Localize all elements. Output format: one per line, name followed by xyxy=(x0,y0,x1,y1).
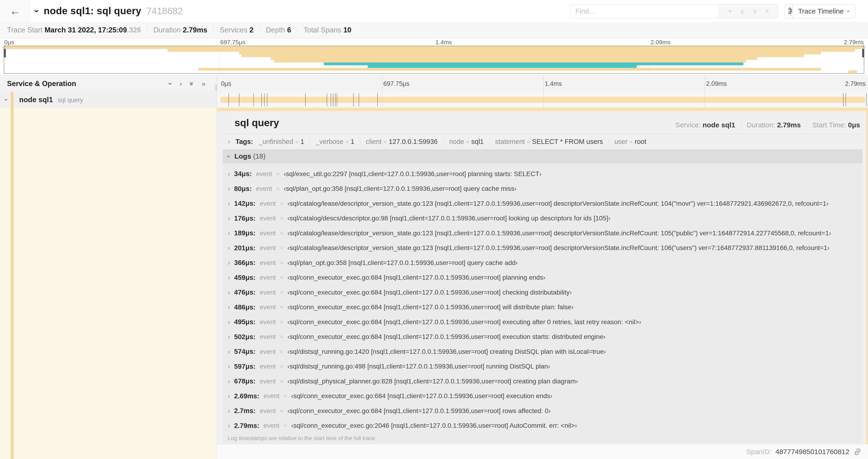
total-spans-value: 10 xyxy=(343,26,351,34)
log-expand-chevron-icon[interactable]: › xyxy=(228,259,230,267)
log-row[interactable]: ›189μs:event=‹sql/catalog/lease/descript… xyxy=(223,226,862,241)
trace-start-value: March 31 2022, 17:25:09 xyxy=(44,26,127,34)
tag-key: _verbose xyxy=(316,138,343,145)
timeline-gridline xyxy=(705,92,705,108)
log-row[interactable]: ›34μs:event=‹sql/exec_util.go:2297 [nsql… xyxy=(223,167,862,182)
duration-label: Duration xyxy=(153,26,181,34)
log-expand-chevron-icon[interactable]: › xyxy=(228,422,230,429)
log-expand-chevron-icon[interactable]: › xyxy=(228,392,230,400)
log-expand-chevron-icon[interactable]: › xyxy=(228,318,230,326)
divider xyxy=(489,138,490,145)
span-bar-cell[interactable] xyxy=(217,92,868,108)
services-value: 2 xyxy=(249,26,253,34)
log-event-value: ‹sql/catalog/lease/descriptor_version_st… xyxy=(287,230,831,237)
log-row[interactable]: ›597μs:event=‹sql/distsql_running.go:498… xyxy=(223,359,862,374)
logs-collapse-chevron-icon[interactable]: › xyxy=(225,155,232,157)
tag-key: statement xyxy=(495,138,525,145)
next-match-icon[interactable]: ∨ xyxy=(752,7,757,15)
log-field-key: event xyxy=(260,259,276,267)
log-expand-chevron-icon[interactable]: › xyxy=(228,363,230,370)
log-row[interactable]: ›176μs:event=‹sql/catalog/descs/descript… xyxy=(223,211,862,226)
log-event-value: ‹sql/conn_executor_exec.go:684 [nsql1,cl… xyxy=(287,318,641,326)
span-collapse-chevron-icon[interactable]: › xyxy=(3,99,10,101)
view-selector-label: Trace Timeline xyxy=(798,7,844,15)
log-row[interactable]: ›2.69ms:event=‹sql/conn_executor_exec.go… xyxy=(223,389,862,404)
log-field-key: event xyxy=(260,274,276,281)
logs-header[interactable]: › Logs (18) xyxy=(223,149,862,163)
log-timestamp: 574μs: xyxy=(234,348,255,355)
view-selector-button[interactable]: Trace Timeline › xyxy=(792,4,855,18)
minimap-canvas[interactable] xyxy=(4,46,864,74)
equals-sign: = xyxy=(280,230,283,236)
trace-summary-bar: Trace Start March 31 2022, 17:25:09.326 … xyxy=(0,22,868,38)
find-input[interactable] xyxy=(570,4,719,18)
collapse-all-icon[interactable]: » xyxy=(188,82,196,86)
log-expand-chevron-icon[interactable]: › xyxy=(228,200,230,207)
log-row[interactable]: ›678μs:event=‹sql/distsql_physical_plann… xyxy=(223,374,862,389)
collapse-one-icon[interactable]: › xyxy=(166,83,175,85)
log-expand-chevron-icon[interactable]: › xyxy=(228,244,230,252)
log-expand-chevron-icon[interactable]: › xyxy=(228,303,230,311)
timeline-tick-label: 1.4ms xyxy=(435,39,452,46)
log-row[interactable]: ›366μs:event=‹sql/plan_opt.go:358 [nsql1… xyxy=(223,255,862,270)
tag-value: SELECT * FROM users xyxy=(532,138,603,145)
log-marker xyxy=(337,93,337,106)
tags-row[interactable]: › Tags: _unfinished=1_verbose=1client=12… xyxy=(223,134,862,149)
log-row[interactable]: ›459μs:event=‹sql/conn_executor_exec.go:… xyxy=(223,270,862,285)
log-marker xyxy=(359,93,359,106)
log-row[interactable]: ›476μs:event=‹sql/conn_executor_exec.go:… xyxy=(223,285,862,300)
log-expand-chevron-icon[interactable]: › xyxy=(228,170,230,178)
deep-link-icon[interactable] xyxy=(853,447,862,456)
collapse-title-chevron-icon[interactable]: › xyxy=(32,9,42,12)
services-label: Services xyxy=(220,26,247,34)
log-row[interactable]: ›574μs:event=‹sql/distsql_running.go:142… xyxy=(223,344,862,359)
expand-one-icon[interactable]: › xyxy=(180,80,182,88)
log-expand-chevron-icon[interactable]: › xyxy=(228,185,230,192)
log-row[interactable]: ›2.7ms:event=‹sql/conn_executor_exec.go:… xyxy=(223,403,862,418)
prev-match-icon[interactable]: ∧ xyxy=(740,7,745,15)
equals-sign: = xyxy=(343,138,351,145)
log-event-value: ‹sql/catalog/lease/descriptor_version_st… xyxy=(287,244,830,252)
log-timestamp: 486μs: xyxy=(234,303,255,311)
equals-sign: = xyxy=(280,245,283,251)
log-expand-chevron-icon[interactable]: › xyxy=(228,289,230,296)
log-expand-chevron-icon[interactable]: › xyxy=(228,230,230,237)
span-duration-bar[interactable] xyxy=(220,97,865,103)
equals-sign: = xyxy=(280,274,283,281)
timeline-tick-label: 2.09ms xyxy=(651,39,670,46)
log-row[interactable]: ›201μs:event=‹sql/catalog/lease/descript… xyxy=(223,241,862,256)
service-label: Service: xyxy=(675,121,701,129)
log-event-value: ‹sql/catalog/lease/descriptor_version_st… xyxy=(287,200,829,207)
back-button[interactable]: ← xyxy=(0,0,31,22)
logs-list: ›34μs:event=‹sql/exec_util.go:2297 [nsql… xyxy=(223,163,862,443)
log-field-key: event xyxy=(260,303,276,311)
log-expand-chevron-icon[interactable]: › xyxy=(228,215,230,222)
spanid-label: SpanID: xyxy=(746,448,772,456)
log-expand-chevron-icon[interactable]: › xyxy=(228,274,230,281)
log-marker xyxy=(335,93,336,106)
chevron-down-icon: › xyxy=(845,10,852,12)
log-row[interactable]: ›495μs:event=‹sql/conn_executor_exec.go:… xyxy=(223,315,862,330)
trace-title-wrap: › node sql1: sql query 7418682 xyxy=(35,0,183,22)
log-marker xyxy=(333,93,334,106)
detail-footer: SpanID: 4877749850101760812 xyxy=(217,444,868,459)
log-row[interactable]: ›80μs:event=‹sql/plan_opt.go:358 [nsql1,… xyxy=(223,182,862,196)
total-spans-label: Total Spans xyxy=(304,26,341,34)
log-field-key: event xyxy=(260,318,276,326)
log-expand-chevron-icon[interactable]: › xyxy=(228,333,230,340)
minimap-span-bar xyxy=(274,60,746,63)
expand-all-icon[interactable]: » xyxy=(202,80,206,88)
log-marker xyxy=(377,93,378,106)
log-event-value: ‹sql/distsql_running.go:498 [nsql1,clien… xyxy=(287,363,550,370)
log-expand-chevron-icon[interactable]: › xyxy=(228,407,230,415)
clear-search-icon[interactable]: × xyxy=(765,7,769,15)
log-row[interactable]: ›2.79ms:event=‹sql/conn_executor_exec.go… xyxy=(223,418,862,433)
log-row[interactable]: ›142μs:event=‹sql/catalog/lease/descript… xyxy=(223,196,862,211)
log-expand-chevron-icon[interactable]: › xyxy=(228,378,230,385)
span-name-cell[interactable]: › node sql1 sql query xyxy=(0,92,217,108)
log-expand-chevron-icon[interactable]: › xyxy=(228,348,230,355)
locate-icon[interactable]: ⌖ xyxy=(728,7,732,15)
tags-expand-chevron-icon[interactable]: › xyxy=(228,138,230,145)
log-row[interactable]: ›502μs:event=‹sql/conn_executor_exec.go:… xyxy=(223,330,862,345)
log-row[interactable]: ›486μs:event=‹sql/conn_executor_exec.go:… xyxy=(223,300,862,315)
